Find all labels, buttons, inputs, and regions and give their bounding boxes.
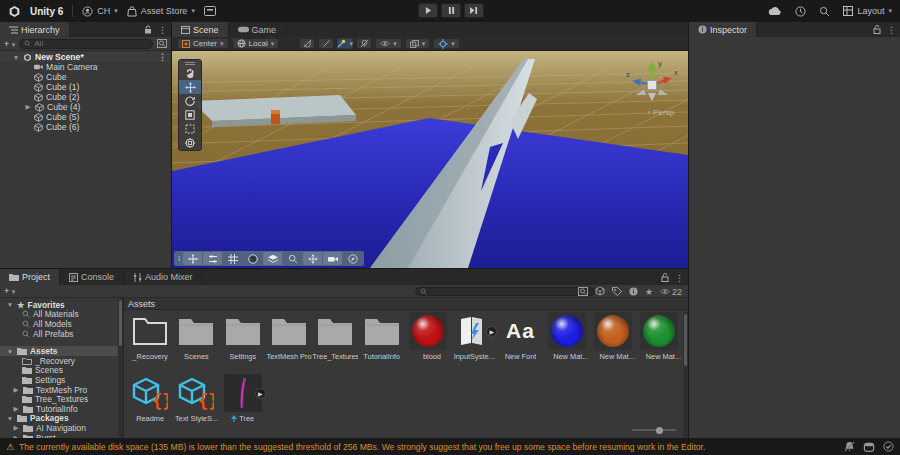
layout-menu[interactable]: Layout ▾ <box>843 6 892 16</box>
asset-item[interactable]: Settings <box>220 312 266 374</box>
panel-menu-icon[interactable]: ⋮ <box>158 25 167 35</box>
axis-neg-x-cone[interactable] <box>636 89 646 95</box>
create-menu-button[interactable]: + ▾ <box>4 39 15 49</box>
scene-menu-icon[interactable]: ⋮ <box>158 52 167 62</box>
snap-settings-button[interactable] <box>203 252 222 265</box>
scene-viewport[interactable]: y x z ‹ Persp ⁞ <box>172 51 688 268</box>
hierarchy-item[interactable]: Cube (2) <box>0 92 171 102</box>
rotate-tool-button[interactable] <box>179 94 201 108</box>
folder-item[interactable]: Settings <box>0 375 118 385</box>
transform-tool-button[interactable] <box>179 136 201 150</box>
move-overlay-button[interactable] <box>183 252 202 265</box>
folder-item[interactable]: Tree_Textures <box>0 394 118 404</box>
status-warning-text[interactable]: The currently available disk space (135 … <box>19 442 839 452</box>
asset-item[interactable]: _Recovery <box>127 312 173 374</box>
info-filter-icon[interactable] <box>629 287 638 296</box>
folder-item[interactable]: Scenes <box>0 366 118 376</box>
tab-project[interactable]: Project <box>0 269 60 285</box>
scene-lighting-button[interactable] <box>356 38 372 49</box>
render-mode-button[interactable] <box>243 252 262 265</box>
foldout-arrow-icon[interactable]: ▼ <box>12 54 20 61</box>
asset-item[interactable]: Scenes <box>173 312 219 374</box>
scene-visibility-button[interactable]: ▾ <box>375 38 402 49</box>
tab-hierarchy[interactable]: Hierarchy <box>0 22 70 37</box>
hierarchy-search[interactable] <box>19 39 153 49</box>
favorite-item[interactable]: All Models <box>0 319 118 329</box>
foldout-arrow-icon[interactable]: ▼ <box>6 415 14 422</box>
lock-icon[interactable] <box>144 25 152 34</box>
cache-server-icon[interactable] <box>863 442 875 452</box>
asset-item-tree[interactable]: ▶ Tree <box>220 374 266 424</box>
folder-item[interactable]: ▶ TutorialInfo <box>0 404 118 414</box>
hidden-count-toggle[interactable]: 22 <box>660 287 682 297</box>
foldout-arrow-icon[interactable]: ▶ <box>12 386 20 394</box>
tab-scene[interactable]: Scene <box>172 22 229 37</box>
search-window-icon[interactable] <box>157 39 167 48</box>
gizmos-button[interactable]: ▾ <box>433 38 460 49</box>
step-button[interactable] <box>464 3 484 18</box>
project-search[interactable] <box>415 287 595 296</box>
tool-settings-button[interactable]: ▾ <box>337 38 353 49</box>
axis-x-cone[interactable] <box>663 77 672 85</box>
expand-badge[interactable]: ▶ <box>486 326 497 337</box>
scale-tool-button[interactable] <box>179 108 201 122</box>
project-search-input[interactable] <box>430 287 590 296</box>
asset-item-script[interactable]: {} Text StyleS... <box>173 374 219 424</box>
thumbnail-size-slider[interactable] <box>632 426 676 434</box>
notifications-muted-icon[interactable] <box>844 441 855 452</box>
tab-game[interactable]: Game <box>229 22 287 37</box>
asset-item[interactable]: TextMesh Pro <box>266 312 312 374</box>
label-filter-icon[interactable] <box>612 287 622 296</box>
foldout-arrow-icon[interactable]: ▼ <box>6 301 14 308</box>
folder-item[interactable]: ▶ TextMesh Pro <box>0 385 118 395</box>
orientation-toggle[interactable]: Local ▾ <box>232 38 280 49</box>
search-icon[interactable] <box>819 6 830 17</box>
grid-snap-button[interactable] <box>299 38 315 49</box>
asset-store-menu[interactable]: Asset Store ▾ <box>127 6 195 17</box>
pivot-toggle[interactable]: Center ▾ <box>177 38 229 49</box>
axis-z-cone[interactable] <box>632 79 641 86</box>
hierarchy-search-input[interactable] <box>34 39 148 48</box>
panel-menu-icon[interactable]: ⋮ <box>887 25 896 35</box>
perspective-toggle[interactable]: ‹ Persp <box>647 108 674 117</box>
increment-snap-button[interactable] <box>318 38 334 49</box>
favorites-root[interactable]: ▼ ★ Favorites <box>0 300 118 310</box>
asset-item-script[interactable]: {} Readme <box>127 374 173 424</box>
pan-overlay-button[interactable] <box>303 252 322 265</box>
asset-item-material[interactable]: New Mat... <box>544 312 590 374</box>
hierarchy-item[interactable]: ▶ Cube (4) <box>0 102 171 112</box>
foldout-arrow-icon[interactable]: ▶ <box>12 405 20 413</box>
foldout-arrow-icon[interactable]: ▼ <box>6 348 14 355</box>
progress-status-icon[interactable] <box>883 441 894 452</box>
tab-console[interactable]: Console <box>60 269 124 285</box>
move-tool-button[interactable] <box>179 80 201 94</box>
assets-grid-scrollbar[interactable] <box>683 312 688 438</box>
asset-item-material[interactable]: New Mat... <box>636 312 682 374</box>
package-search-icon[interactable] <box>595 287 605 296</box>
layers-button[interactable] <box>263 252 282 265</box>
camera-settings-button[interactable]: ▾ <box>405 38 431 49</box>
axis-y-cone[interactable] <box>647 61 657 71</box>
scene-row[interactable]: ▼ New Scene* ⋮ <box>0 52 171 62</box>
favorite-search-icon[interactable]: ★ <box>645 287 653 297</box>
favorite-item[interactable]: All Materials <box>0 310 118 320</box>
package-item[interactable]: ▶ AI Navigation <box>0 423 118 433</box>
favorite-item[interactable]: All Prefabs <box>0 329 118 339</box>
assets-root[interactable]: ▼ Assets <box>0 346 118 356</box>
play-button[interactable] <box>418 3 438 18</box>
hierarchy-item[interactable]: Cube (1) <box>0 82 171 92</box>
unlock-icon[interactable] <box>873 25 881 34</box>
overlay-drag-handle[interactable]: ⁞ <box>176 254 182 263</box>
search-window-icon[interactable] <box>578 287 588 296</box>
hierarchy-item[interactable]: Cube <box>0 72 171 82</box>
view-tool-button[interactable] <box>179 66 201 80</box>
rect-tool-button[interactable] <box>179 122 201 136</box>
asset-item[interactable]: Tree_Textures <box>312 312 358 374</box>
archive-icon[interactable] <box>204 6 216 16</box>
account-menu[interactable]: CH ▾ <box>82 6 118 17</box>
asset-item-material[interactable]: blood <box>405 312 451 374</box>
gizmo-center-cube[interactable] <box>648 81 657 90</box>
packages-root[interactable]: ▼ Packages <box>0 414 118 424</box>
create-menu-button[interactable]: + ▾ <box>4 286 15 296</box>
expand-badge[interactable]: ▶ <box>255 388 266 399</box>
